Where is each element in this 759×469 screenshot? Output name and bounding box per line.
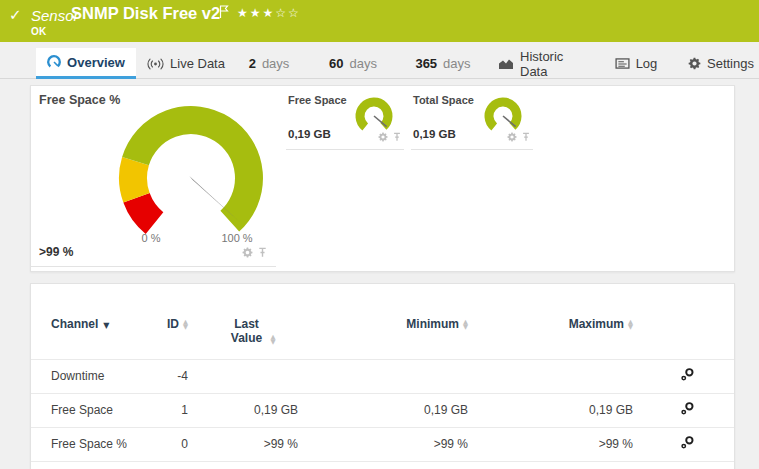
gauge-title: Free Space % (39, 93, 120, 107)
channel-name: Downtime (31, 360, 151, 394)
live-data-icon (147, 58, 164, 70)
status-ok-check-icon: ✓ (9, 6, 22, 24)
channel-settings-gears-icon[interactable] (680, 401, 695, 416)
gauge-scale-max: 100 % (212, 232, 262, 244)
sort-icon: ▲▼ (271, 335, 276, 345)
sort-icon: ▲▼ (463, 320, 468, 330)
column-header-channel[interactable]: Channel▼ (31, 311, 151, 360)
tab-label: days (443, 56, 470, 71)
channels-table: Channel▼ ID▲▼ Last Value▲▼ Minimum▲▼ Max… (31, 311, 734, 469)
channel-settings-gears-icon[interactable] (680, 367, 695, 382)
tab-live-data[interactable]: Live Data (138, 48, 234, 79)
column-label: Minimum (406, 317, 459, 331)
widget-tools (242, 247, 268, 258)
channel-id: 0 (151, 428, 196, 462)
gauge-widget-free-space: Free Space 0,19 GB (286, 86, 404, 150)
channel-id: 1 (151, 394, 196, 428)
table-row-free-space-percent: Free Space % 0 >99 % >99 % >99 % (31, 428, 734, 462)
channel-last-value (196, 360, 306, 394)
table-row-free-space: Free Space 1 0,19 GB 0,19 GB 0,19 GB (31, 394, 734, 428)
channel-minimum: 0,19 GB (306, 394, 476, 428)
tab-label: days (350, 56, 377, 71)
gauge-title: Total Space (413, 94, 474, 106)
gauge-widget-free-space-percent: Free Space % 0 % 100 % >99 % (31, 86, 276, 273)
tab-label: Settings (707, 56, 754, 71)
column-label: Last Value (227, 317, 267, 345)
channel-name: Total Space (31, 462, 151, 469)
tab-log[interactable]: Log (608, 48, 664, 79)
gauge-current-value: 0,19 GB (413, 128, 456, 140)
tab-label: Log (636, 56, 658, 71)
table-row-downtime: Downtime -4 (31, 360, 734, 394)
channel-minimum: >99 % (306, 428, 476, 462)
column-label: Maximum (569, 317, 624, 331)
gauge-title: Free Space (288, 94, 347, 106)
gauge-icon (47, 55, 61, 69)
settings-gear-icon (688, 57, 701, 70)
sensor-header: ✓ Sensor SNMP Disk Free v2 ★★★☆☆ OK (0, 0, 759, 42)
priority-flag-icon[interactable] (219, 5, 229, 23)
widget-tools (378, 132, 402, 142)
column-label: ID (167, 317, 179, 331)
column-header-maximum[interactable]: Maximum▲▼ (476, 311, 641, 360)
tab-value: 365 (415, 56, 437, 71)
channel-maximum: 0,19 GB (476, 394, 641, 428)
sorted-caret-icon: ▼ (103, 321, 109, 330)
tab-value: 60 (329, 56, 343, 71)
tab-label: Live Data (170, 56, 225, 71)
widget-settings-gear-icon[interactable] (507, 132, 517, 142)
sort-icon: ▲▼ (183, 320, 188, 330)
tab-bar: Overview Live Data 2 days 60 days 365 da… (0, 48, 759, 79)
channel-last-value: 0,19 GB (196, 462, 306, 469)
sort-icon: ▲▼ (628, 320, 633, 330)
column-header-actions (641, 311, 734, 360)
channel-id: -4 (151, 360, 196, 394)
table-header-row: Channel▼ ID▲▼ Last Value▲▼ Minimum▲▼ Max… (31, 311, 734, 360)
gauge-current-value: >99 % (39, 245, 73, 259)
prtg-sensor-page: ✓ Sensor SNMP Disk Free v2 ★★★☆☆ OK Over… (0, 0, 759, 469)
tab-value: 2 (249, 56, 256, 71)
widget-divider (411, 149, 533, 150)
historic-data-icon (498, 58, 514, 70)
column-header-id[interactable]: ID▲▼ (151, 311, 196, 360)
widget-divider (31, 266, 276, 267)
tab-historic-data[interactable]: Historic Data (498, 48, 594, 79)
channel-last-value: 0,19 GB (196, 394, 306, 428)
gauge-current-value: 0,19 GB (288, 128, 331, 140)
channel-maximum: >99 % (476, 428, 641, 462)
widget-settings-gear-icon[interactable] (378, 132, 388, 142)
channel-name: Free Space (31, 394, 151, 428)
channel-id: 2 (151, 462, 196, 469)
overview-gauges-panel: Free Space % 0 % 100 % >99 % Free Space (30, 85, 735, 272)
column-header-minimum[interactable]: Minimum▲▼ (306, 311, 476, 360)
tab-60-days[interactable]: 60 days (320, 48, 386, 79)
priority-stars[interactable]: ★★★☆☆ (237, 6, 301, 20)
column-header-last-value[interactable]: Last Value▲▼ (196, 311, 306, 360)
widget-pin-icon[interactable] (392, 132, 402, 142)
tab-2-days[interactable]: 2 days (240, 48, 298, 79)
log-icon (615, 58, 630, 69)
tab-label: days (262, 56, 289, 71)
channel-minimum: 0,19 GB (306, 462, 476, 469)
widget-pin-icon[interactable] (257, 247, 268, 258)
gauge-widget-total-space: Total Space 0,19 GB (411, 86, 533, 150)
widget-pin-icon[interactable] (521, 132, 531, 142)
widget-tools (507, 132, 531, 142)
channel-settings-gears-icon[interactable] (680, 435, 695, 450)
widget-settings-gear-icon[interactable] (242, 247, 253, 258)
channel-maximum: 0,19 GB (476, 462, 641, 469)
widget-divider (286, 149, 404, 150)
sensor-status-badge: OK (31, 26, 47, 37)
tab-settings[interactable]: Settings (686, 48, 756, 79)
sensor-title: SNMP Disk Free v2 (71, 4, 220, 23)
tab-365-days[interactable]: 365 days (406, 48, 480, 79)
table-row-total-space: Total Space 2 0,19 GB 0,19 GB 0,19 GB (31, 462, 734, 469)
channel-maximum (476, 360, 641, 394)
channel-name: Free Space % (31, 428, 151, 462)
tab-label: Overview (67, 55, 125, 70)
gauge-scale-min: 0 % (131, 232, 171, 244)
free-space-percent-gauge (116, 98, 266, 250)
tab-label: Historic Data (520, 49, 594, 79)
tab-overview[interactable]: Overview (36, 48, 136, 79)
channel-minimum (306, 360, 476, 394)
